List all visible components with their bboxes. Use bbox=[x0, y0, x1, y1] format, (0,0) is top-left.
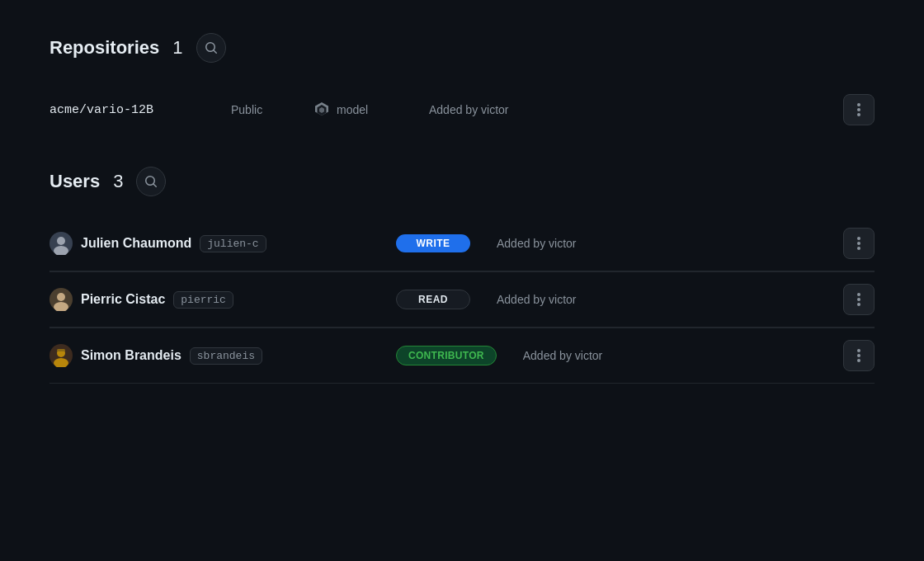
repo-added-by: Added by victor bbox=[429, 103, 843, 116]
user-more-button-pierric[interactable] bbox=[843, 284, 874, 315]
user-added-by-pierric: Added by victor bbox=[497, 293, 843, 306]
dot-3 bbox=[857, 113, 860, 116]
model-icon bbox=[314, 101, 330, 120]
dot-3 bbox=[857, 359, 860, 362]
repo-row: acme/vario-12B Public model Added by vic… bbox=[50, 82, 874, 137]
repositories-search-button[interactable] bbox=[196, 33, 226, 63]
avatar-simon bbox=[50, 344, 73, 367]
users-list: Julien Chaumond julien-c WRITE Added by … bbox=[50, 216, 874, 384]
user-row-julien: Julien Chaumond julien-c WRITE Added by … bbox=[50, 216, 874, 272]
user-info-simon: Simon Brandeis sbrandeis bbox=[50, 344, 396, 367]
repositories-header: Repositories 1 bbox=[50, 33, 874, 63]
svg-point-4 bbox=[57, 237, 65, 245]
search-icon bbox=[144, 175, 158, 188]
repo-type: model bbox=[314, 101, 429, 120]
user-info-pierric: Pierric Cistac pierric bbox=[50, 288, 396, 311]
users-section: Users 3 Julien Chaumond bbox=[50, 167, 874, 384]
repositories-title: Repositories bbox=[50, 37, 159, 59]
repo-type-label: model bbox=[337, 103, 368, 116]
user-name-pierric: Pierric Cistac bbox=[81, 292, 165, 307]
dot-3 bbox=[857, 247, 860, 250]
svg-point-7 bbox=[57, 293, 65, 301]
dot-2 bbox=[857, 354, 860, 357]
user-row-simon: Simon Brandeis sbrandeis CONTRIBUTOR Add… bbox=[50, 328, 874, 384]
avatar-julien bbox=[50, 232, 73, 255]
user-added-by-julien: Added by victor bbox=[497, 237, 843, 250]
dot-2 bbox=[857, 298, 860, 301]
users-title: Users bbox=[50, 171, 100, 192]
role-badge-pierric: READ bbox=[396, 290, 470, 309]
repositories-section: Repositories 1 acme/vario-12B Public mod… bbox=[50, 33, 874, 137]
users-search-button[interactable] bbox=[136, 167, 166, 196]
dot-1 bbox=[857, 237, 860, 240]
avatar-pierric bbox=[50, 288, 73, 311]
svg-rect-12 bbox=[57, 349, 65, 351]
dot-1 bbox=[857, 103, 860, 106]
user-name-simon: Simon Brandeis bbox=[81, 348, 182, 363]
user-handle-pierric: pierric bbox=[173, 291, 233, 309]
repositories-list: acme/vario-12B Public model Added by vic… bbox=[50, 82, 874, 137]
user-info-julien: Julien Chaumond julien-c bbox=[50, 232, 396, 255]
role-badge-julien: WRITE bbox=[396, 234, 470, 252]
user-handle-simon: sbrandeis bbox=[190, 347, 262, 365]
repo-more-button[interactable] bbox=[843, 94, 874, 125]
repo-visibility: Public bbox=[231, 103, 314, 116]
users-count: 3 bbox=[113, 171, 123, 192]
dot-2 bbox=[857, 108, 860, 111]
user-more-button-julien[interactable] bbox=[843, 228, 874, 259]
user-handle-julien: julien-c bbox=[200, 235, 266, 252]
dot-1 bbox=[857, 349, 860, 352]
dot-1 bbox=[857, 293, 860, 296]
user-row-pierric: Pierric Cistac pierric READ Added by vic… bbox=[50, 272, 874, 328]
dot-3 bbox=[857, 303, 860, 306]
user-added-by-simon: Added by victor bbox=[523, 349, 843, 362]
user-name-julien: Julien Chaumond bbox=[81, 236, 191, 251]
users-header: Users 3 bbox=[50, 167, 874, 196]
repo-name: acme/vario-12B bbox=[50, 103, 231, 117]
search-icon bbox=[205, 41, 218, 54]
dot-2 bbox=[857, 242, 860, 245]
user-more-button-simon[interactable] bbox=[843, 340, 874, 371]
role-badge-simon: CONTRIBUTOR bbox=[396, 346, 497, 365]
repositories-count: 1 bbox=[172, 37, 182, 59]
